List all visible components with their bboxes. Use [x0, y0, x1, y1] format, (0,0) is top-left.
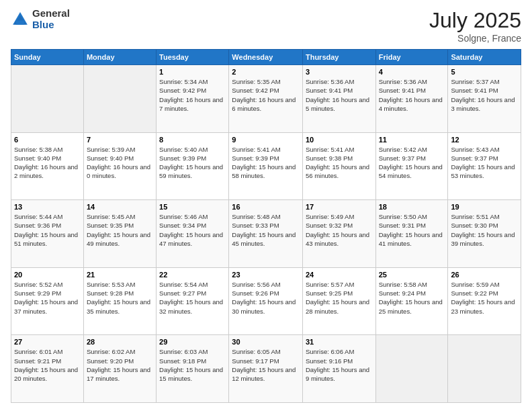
calendar-body: 1Sunrise: 5:34 AM Sunset: 9:42 PM Daylig… [11, 65, 521, 403]
day-cell: 23Sunrise: 5:56 AM Sunset: 9:26 PM Dayli… [229, 267, 303, 335]
week-row-4: 20Sunrise: 5:52 AM Sunset: 9:29 PM Dayli… [11, 267, 521, 335]
logo-general: General [32, 7, 70, 19]
calendar-location: Solgne, France [429, 33, 521, 44]
day-cell: 11Sunrise: 5:42 AM Sunset: 9:37 PM Dayli… [375, 132, 448, 200]
day-cell [375, 335, 448, 403]
day-number: 6 [14, 136, 81, 144]
day-number: 18 [379, 203, 445, 211]
day-cell: 29Sunrise: 6:03 AM Sunset: 9:18 PM Dayli… [157, 335, 229, 403]
week-row-5: 27Sunrise: 6:01 AM Sunset: 9:21 PM Dayli… [11, 335, 521, 403]
day-info: Sunrise: 5:46 AM Sunset: 9:34 PM Dayligh… [159, 212, 226, 248]
day-number: 23 [232, 271, 300, 279]
day-number: 16 [232, 203, 300, 211]
day-info: Sunrise: 6:01 AM Sunset: 9:21 PM Dayligh… [14, 347, 81, 383]
day-number: 26 [451, 271, 518, 279]
day-cell: 12Sunrise: 5:43 AM Sunset: 9:37 PM Dayli… [448, 132, 521, 200]
day-info: Sunrise: 5:58 AM Sunset: 9:24 PM Dayligh… [379, 280, 445, 316]
day-info: Sunrise: 5:56 AM Sunset: 9:26 PM Dayligh… [232, 280, 300, 316]
day-number: 1 [159, 68, 226, 76]
day-number: 2 [232, 68, 300, 76]
logo-blue: Blue [32, 19, 54, 30]
day-info: Sunrise: 5:36 AM Sunset: 9:41 PM Dayligh… [379, 77, 445, 113]
day-cell: 27Sunrise: 6:01 AM Sunset: 9:21 PM Dayli… [11, 335, 84, 403]
day-number: 4 [379, 68, 445, 76]
header-cell-thursday: Thursday [302, 50, 375, 65]
day-info: Sunrise: 5:37 AM Sunset: 9:41 PM Dayligh… [451, 77, 518, 113]
day-cell: 9Sunrise: 5:41 AM Sunset: 9:39 PM Daylig… [229, 132, 303, 200]
header-cell-wednesday: Wednesday [229, 50, 303, 65]
header-cell-friday: Friday [375, 50, 448, 65]
day-cell: 3Sunrise: 5:36 AM Sunset: 9:41 PM Daylig… [302, 65, 375, 133]
day-number: 28 [87, 338, 153, 346]
day-info: Sunrise: 5:41 AM Sunset: 9:38 PM Dayligh… [306, 145, 373, 181]
day-info: Sunrise: 6:05 AM Sunset: 9:17 PM Dayligh… [232, 347, 300, 383]
day-cell: 7Sunrise: 5:39 AM Sunset: 9:40 PM Daylig… [83, 132, 156, 200]
day-info: Sunrise: 5:48 AM Sunset: 9:33 PM Dayligh… [232, 212, 300, 248]
day-cell: 21Sunrise: 5:53 AM Sunset: 9:28 PM Dayli… [83, 267, 156, 335]
day-number: 24 [306, 271, 373, 279]
header-cell-tuesday: Tuesday [157, 50, 229, 65]
day-info: Sunrise: 5:35 AM Sunset: 9:42 PM Dayligh… [232, 77, 300, 113]
day-cell: 18Sunrise: 5:50 AM Sunset: 9:31 PM Dayli… [375, 200, 448, 268]
day-cell: 30Sunrise: 6:05 AM Sunset: 9:17 PM Dayli… [229, 335, 303, 403]
day-number: 17 [306, 203, 373, 211]
day-info: Sunrise: 5:43 AM Sunset: 9:37 PM Dayligh… [451, 145, 518, 181]
day-number: 5 [451, 68, 518, 76]
day-number: 31 [306, 338, 373, 346]
day-cell: 24Sunrise: 5:57 AM Sunset: 9:25 PM Dayli… [302, 267, 375, 335]
week-row-1: 1Sunrise: 5:34 AM Sunset: 9:42 PM Daylig… [11, 65, 521, 133]
logo: General Blue [11, 8, 70, 30]
day-cell: 16Sunrise: 5:48 AM Sunset: 9:33 PM Dayli… [229, 200, 303, 268]
day-info: Sunrise: 5:54 AM Sunset: 9:27 PM Dayligh… [159, 280, 226, 316]
week-row-2: 6Sunrise: 5:38 AM Sunset: 9:40 PM Daylig… [11, 132, 521, 200]
header-row: SundayMondayTuesdayWednesdayThursdayFrid… [11, 50, 521, 65]
calendar-page: General Blue July 2025 Solgne, France Su… [0, 0, 532, 411]
day-cell: 2Sunrise: 5:35 AM Sunset: 9:42 PM Daylig… [229, 65, 303, 133]
header: General Blue July 2025 Solgne, France [11, 8, 521, 44]
day-number: 11 [379, 136, 445, 144]
calendar-table: SundayMondayTuesdayWednesdayThursdayFrid… [11, 49, 521, 403]
day-cell: 26Sunrise: 5:59 AM Sunset: 9:22 PM Dayli… [448, 267, 521, 335]
day-cell: 22Sunrise: 5:54 AM Sunset: 9:27 PM Dayli… [157, 267, 229, 335]
day-cell [448, 335, 521, 403]
title-block: July 2025 Solgne, France [429, 8, 521, 44]
day-info: Sunrise: 5:41 AM Sunset: 9:39 PM Dayligh… [232, 145, 300, 181]
calendar-header: SundayMondayTuesdayWednesdayThursdayFrid… [11, 50, 521, 65]
day-info: Sunrise: 5:49 AM Sunset: 9:32 PM Dayligh… [306, 212, 373, 248]
day-number: 12 [451, 136, 518, 144]
day-cell: 19Sunrise: 5:51 AM Sunset: 9:30 PM Dayli… [448, 200, 521, 268]
day-cell: 1Sunrise: 5:34 AM Sunset: 9:42 PM Daylig… [157, 65, 229, 133]
day-info: Sunrise: 5:51 AM Sunset: 9:30 PM Dayligh… [451, 212, 518, 248]
day-cell: 31Sunrise: 6:06 AM Sunset: 9:16 PM Dayli… [302, 335, 375, 403]
day-number: 7 [87, 136, 153, 144]
day-info: Sunrise: 5:53 AM Sunset: 9:28 PM Dayligh… [87, 280, 153, 316]
day-number: 9 [232, 136, 300, 144]
day-number: 30 [232, 338, 300, 346]
day-cell: 25Sunrise: 5:58 AM Sunset: 9:24 PM Dayli… [375, 267, 448, 335]
day-number: 13 [14, 203, 81, 211]
day-number: 14 [87, 203, 153, 211]
day-cell: 15Sunrise: 5:46 AM Sunset: 9:34 PM Dayli… [157, 200, 229, 268]
day-info: Sunrise: 5:34 AM Sunset: 9:42 PM Dayligh… [159, 77, 226, 113]
day-number: 10 [306, 136, 373, 144]
day-info: Sunrise: 5:38 AM Sunset: 9:40 PM Dayligh… [14, 145, 81, 181]
day-cell: 10Sunrise: 5:41 AM Sunset: 9:38 PM Dayli… [302, 132, 375, 200]
svg-rect-2 [16, 20, 24, 24]
day-number: 25 [379, 271, 445, 279]
day-cell: 28Sunrise: 6:02 AM Sunset: 9:20 PM Dayli… [83, 335, 156, 403]
day-info: Sunrise: 5:45 AM Sunset: 9:35 PM Dayligh… [87, 212, 153, 248]
day-info: Sunrise: 5:57 AM Sunset: 9:25 PM Dayligh… [306, 280, 373, 316]
day-cell: 13Sunrise: 5:44 AM Sunset: 9:36 PM Dayli… [11, 200, 84, 268]
day-info: Sunrise: 5:50 AM Sunset: 9:31 PM Dayligh… [379, 212, 445, 248]
day-number: 21 [87, 271, 153, 279]
day-cell [83, 65, 156, 133]
day-number: 29 [159, 338, 226, 346]
day-cell: 6Sunrise: 5:38 AM Sunset: 9:40 PM Daylig… [11, 132, 84, 200]
day-cell: 14Sunrise: 5:45 AM Sunset: 9:35 PM Dayli… [83, 200, 156, 268]
day-info: Sunrise: 5:52 AM Sunset: 9:29 PM Dayligh… [14, 280, 81, 316]
day-number: 15 [159, 203, 226, 211]
day-cell: 4Sunrise: 5:36 AM Sunset: 9:41 PM Daylig… [375, 65, 448, 133]
day-cell: 8Sunrise: 5:40 AM Sunset: 9:39 PM Daylig… [157, 132, 229, 200]
day-info: Sunrise: 5:39 AM Sunset: 9:40 PM Dayligh… [87, 145, 153, 181]
day-number: 20 [14, 271, 81, 279]
